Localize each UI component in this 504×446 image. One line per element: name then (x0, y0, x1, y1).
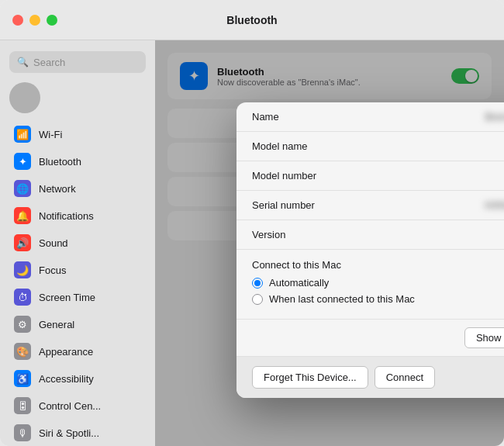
notifications-icon: 🔔 (14, 207, 31, 224)
footer-left: Forget This Device... Connect (252, 366, 435, 389)
forget-device-button[interactable]: Forget This Device... (252, 366, 368, 389)
sidebar-item-general[interactable]: ⚙ General (5, 311, 150, 337)
modal-field-model-name: Model name AirPods (236, 132, 504, 161)
radio-last[interactable]: When last connected to this Mac (252, 293, 504, 305)
main-window: Bluetooth 🔍 Search 📶 Wi-Fi ✦ Bluetooth 🌐 (0, 0, 504, 446)
sidebar-item-appearance[interactable]: 🎨 Appearance (5, 338, 150, 365)
find-my-row: Show in Find My (236, 320, 504, 357)
modal-body: Name Brenna's AirPods Model name AirPods… (236, 102, 504, 357)
name-value: Brenna's AirPods (485, 111, 504, 123)
screentime-icon: ⏱ (14, 289, 31, 306)
sidebar-item-wifi[interactable]: 📶 Wi-Fi (5, 121, 150, 147)
controlcenter-icon: 🎛 (14, 397, 31, 414)
radio-auto-label: Automatically (269, 277, 329, 289)
radio-auto[interactable]: Automatically (252, 277, 504, 289)
version-label: Version (252, 229, 285, 240)
sidebar-item-label: Bluetooth (39, 156, 81, 168)
window-title: Bluetooth (226, 14, 277, 26)
connect-button[interactable]: Connect (375, 366, 435, 389)
avatar (9, 82, 40, 113)
close-button[interactable] (12, 15, 23, 26)
sidebar-item-label: Notifications (39, 210, 94, 222)
window-controls (12, 15, 57, 26)
connect-section: Connect to this Mac Automatically When l… (236, 250, 504, 320)
sidebar-item-sound[interactable]: 🔊 Sound (5, 230, 150, 256)
minimize-button[interactable] (29, 15, 40, 26)
sidebar-item-label: Sound (39, 237, 68, 249)
model-number-label: Model number (252, 170, 316, 182)
sidebar-item-notifications[interactable]: 🔔 Notifications (5, 202, 150, 229)
sidebar-item-label: Control Cen... (39, 400, 101, 412)
model-name-label: Model name (252, 140, 308, 152)
sound-icon: 🔊 (14, 234, 31, 251)
serial-label: Serial number (252, 199, 315, 211)
modal-footer: Forget This Device... Connect Done (236, 357, 504, 398)
network-icon: 🌐 (14, 180, 31, 197)
modal-field-model-number: Model number A2564 (236, 161, 504, 191)
sidebar-item-siri[interactable]: 🎙 Siri & Spotli... (5, 420, 150, 446)
siri-icon: 🎙 (14, 424, 31, 441)
sidebar-item-bluetooth[interactable]: ✦ Bluetooth (5, 148, 150, 175)
modal-field-name: Name Brenna's AirPods (236, 102, 504, 132)
focus-icon: 🌙 (14, 261, 31, 278)
search-placeholder: Search (33, 57, 65, 68)
sidebar-item-label: General (39, 319, 74, 330)
sidebar-item-accessibility[interactable]: ♿ Accessibility (5, 365, 150, 392)
search-icon: 🔍 (17, 57, 29, 67)
modal-field-serial: Serial number HXN12345ABCD (236, 191, 504, 220)
accessibility-icon: ♿ (14, 370, 31, 387)
sidebar: 🔍 Search 📶 Wi-Fi ✦ Bluetooth 🌐 Network 🔔… (0, 40, 155, 446)
main-content: ✦ Bluetooth Now discoverable as "Brenna'… (155, 40, 504, 446)
sidebar-item-label: Accessibility (39, 373, 94, 385)
content-area: 🔍 Search 📶 Wi-Fi ✦ Bluetooth 🌐 Network 🔔… (0, 40, 504, 446)
sidebar-item-label: Focus (39, 264, 66, 276)
sidebar-item-label: Wi-Fi (39, 129, 62, 140)
device-detail-modal: Name Brenna's AirPods Model name AirPods… (236, 102, 504, 398)
sidebar-item-label: Siri & Spotli... (39, 427, 99, 439)
wifi-icon: 📶 (14, 126, 31, 143)
radio-auto-btn[interactable] (252, 278, 263, 289)
name-label: Name (252, 111, 279, 123)
maximize-button[interactable] (47, 15, 57, 26)
sidebar-item-screentime[interactable]: ⏱ Screen Time (5, 284, 150, 310)
connect-section-label: Connect to this Mac (252, 259, 504, 271)
title-bar: Bluetooth (0, 0, 504, 40)
sidebar-item-label: Screen Time (39, 292, 95, 303)
sidebar-item-label: Network (39, 183, 76, 195)
sidebar-item-network[interactable]: 🌐 Network (5, 175, 150, 202)
find-my-button[interactable]: Show in Find My (464, 327, 504, 348)
sidebar-item-label: Appearance (39, 346, 93, 358)
search-bar[interactable]: 🔍 Search (9, 51, 146, 73)
sidebar-item-controlcenter[interactable]: 🎛 Control Cen... (5, 392, 150, 419)
serial-value: HXN12345ABCD (485, 199, 504, 211)
modal-field-version: Version 4E71 (236, 220, 504, 250)
sidebar-item-focus[interactable]: 🌙 Focus (5, 257, 150, 283)
appearance-icon: 🎨 (14, 343, 31, 360)
general-icon: ⚙ (14, 316, 31, 333)
radio-last-label: When last connected to this Mac (269, 293, 415, 305)
radio-last-btn[interactable] (252, 294, 263, 305)
bluetooth-icon: ✦ (14, 153, 31, 170)
